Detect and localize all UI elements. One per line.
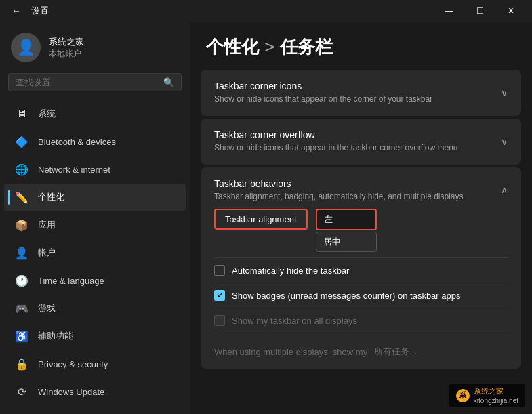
user-profile[interactable]: 👤 系统之家 本地账户 [0, 22, 190, 70]
sidebar-item-label: Privacy & security [38, 359, 108, 369]
card-title: Taskbar behaviors [214, 178, 490, 189]
sidebar-item-label: Network & internet [38, 165, 110, 175]
chevron-down-icon: ∨ [501, 136, 508, 147]
card-title-group: Taskbar corner icons Show or hide icons … [214, 81, 490, 105]
sidebar-item-label: 个性化 [38, 191, 64, 203]
title-bar: ← 设置 — ☐ ✕ [0, 0, 532, 22]
system-icon: 🖥 [15, 107, 28, 121]
sidebar-item-apps[interactable]: 📦 应用 [4, 211, 186, 239]
minimize-button[interactable]: — [433, 0, 464, 22]
chevron-down-icon: ∨ [501, 87, 508, 98]
card-title-group: Taskbar behaviors Taskbar alignment, bad… [214, 178, 490, 203]
sidebar-item-accounts[interactable]: 👤 帐户 [4, 239, 186, 266]
sidebar-item-label: Time & language [38, 276, 104, 286]
title-bar-controls: — ☐ ✕ [433, 0, 527, 22]
nav-list: 🖥 系统 🔷 Bluetooth & devices 🌐 Network & i… [0, 97, 190, 414]
watermark-text: 系统之家 xitongzhijia.net [474, 386, 518, 405]
sidebar-item-gaming[interactable]: 🎮 游戏 [4, 295, 186, 322]
content-header: 个性化 > 任务栏 [190, 22, 532, 70]
card-title: Taskbar corner icons [214, 81, 490, 91]
breadcrumb-part2: 任务栏 [280, 35, 333, 59]
card-desc: Show or hide icons that appear in the ta… [214, 142, 490, 154]
badges-row[interactable]: Show badges (unread messages counter) on… [214, 283, 508, 308]
card-title: Taskbar corner overflow [214, 129, 490, 140]
alignment-current-option[interactable]: 左 [316, 209, 377, 230]
auto-hide-row[interactable]: Automatically hide the taskbar [214, 257, 508, 283]
sidebar-item-personalization[interactable]: ✏️ 个性化 [4, 184, 186, 211]
watermark: 系 系统之家 xitongzhijia.net [449, 384, 525, 407]
sidebar-item-system[interactable]: 🖥 系统 [4, 100, 186, 127]
chevron-up-icon: ∧ [501, 184, 508, 195]
sidebar-item-label: Bluetooth & devices [38, 137, 116, 147]
sidebar-item-label: 游戏 [38, 302, 56, 314]
alignment-label: Taskbar alignment [214, 209, 308, 230]
card-title-group: Taskbar corner overflow Show or hide ico… [214, 129, 490, 154]
card-desc: Show or hide icons that appear on the co… [214, 94, 490, 105]
privacy-icon: 🔒 [15, 357, 28, 371]
sidebar: 👤 系统之家 本地账户 🔍 🖥 系统 🔷 Bluetooth & devices [0, 22, 190, 414]
taskbar-behaviors-card: Taskbar behaviors Taskbar alignment, bad… [201, 167, 521, 369]
avatar: 👤 [11, 33, 41, 62]
app-title: 设置 [31, 5, 49, 17]
content-area: 个性化 > 任务栏 Taskbar corner icons Show or h… [190, 22, 532, 414]
search-input[interactable] [16, 77, 158, 87]
badges-checkbox[interactable] [214, 290, 225, 301]
page-title: 个性化 > 任务栏 [206, 35, 516, 59]
bottom-row: When using multiple displays, show my 所有… [214, 340, 508, 358]
back-button[interactable]: ← [7, 1, 26, 20]
title-bar-left: ← 设置 [7, 1, 49, 20]
apps-icon: 📦 [15, 218, 28, 232]
auto-hide-checkbox[interactable] [214, 265, 225, 276]
sidebar-item-label: Windows Update [38, 387, 104, 397]
search-container: 🔍 [0, 70, 190, 97]
bottom-value: 所有任务... [374, 346, 417, 358]
sidebar-item-network[interactable]: 🌐 Network & internet [4, 156, 186, 183]
taskbar-corner-icons-header[interactable]: Taskbar corner icons Show or hide icons … [201, 70, 521, 116]
bottom-section: When using multiple displays, show my 所有… [214, 333, 508, 358]
sidebar-item-label: 系统 [38, 108, 56, 120]
accounts-icon: 👤 [15, 246, 28, 260]
breadcrumb-sep: > [264, 37, 274, 58]
close-button[interactable]: ✕ [495, 0, 527, 22]
sidebar-item-label: 帐户 [38, 247, 56, 259]
search-icon: 🔍 [163, 77, 174, 87]
search-box[interactable]: 🔍 [8, 73, 182, 91]
maximize-button[interactable]: ☐ [464, 0, 495, 22]
card-desc: Taskbar alignment, badging, automaticall… [214, 191, 490, 203]
all-displays-checkbox [214, 315, 225, 326]
time-icon: 🕐 [15, 274, 28, 287]
taskbar-behaviors-header[interactable]: Taskbar behaviors Taskbar alignment, bad… [201, 167, 521, 209]
bluetooth-icon: 🔷 [15, 135, 28, 148]
sidebar-item-time[interactable]: 🕐 Time & language [4, 267, 186, 294]
network-icon: 🌐 [15, 163, 28, 176]
all-displays-row: Show my taskbar on all displays [214, 308, 508, 333]
sidebar-item-label: 应用 [38, 219, 56, 231]
alignment-next-option[interactable]: 居中 [316, 232, 377, 252]
sidebar-item-accessibility[interactable]: ♿ 辅助功能 [4, 323, 186, 350]
taskbar-corner-overflow-header[interactable]: Taskbar corner overflow Show or hide ico… [201, 119, 521, 165]
all-displays-label: Show my taskbar on all displays [232, 316, 357, 326]
avatar-icon: 👤 [17, 39, 35, 56]
sidebar-item-privacy[interactable]: 🔒 Privacy & security [4, 350, 186, 377]
taskbar-behaviors-body: Taskbar alignment 左 居中 Automatically hid… [201, 209, 521, 369]
alignment-dropdown: 左 居中 [316, 209, 377, 252]
badges-label: Show badges (unread messages counter) on… [232, 291, 460, 301]
personalization-icon: ✏️ [15, 190, 28, 204]
watermark-logo: 系 [456, 389, 470, 402]
gaming-icon: 🎮 [15, 302, 28, 315]
main-layout: 👤 系统之家 本地账户 🔍 🖥 系统 🔷 Bluetooth & devices [0, 22, 532, 414]
update-icon: ⟳ [15, 385, 28, 398]
sidebar-item-label: 辅助功能 [38, 330, 73, 342]
content-body: Taskbar corner icons Show or hide icons … [190, 70, 532, 414]
user-info: 系统之家 本地账户 [49, 36, 84, 60]
user-subtitle: 本地账户 [49, 48, 84, 60]
sidebar-item-update[interactable]: ⟳ Windows Update [4, 378, 186, 405]
auto-hide-label: Automatically hide the taskbar [232, 266, 349, 276]
breadcrumb-part1: 个性化 [206, 35, 259, 59]
taskbar-corner-overflow-card: Taskbar corner overflow Show or hide ico… [201, 119, 521, 165]
alignment-row: Taskbar alignment 左 居中 [214, 209, 508, 252]
bottom-label: When using multiple displays, show my [214, 347, 367, 357]
sidebar-item-bluetooth[interactable]: 🔷 Bluetooth & devices [4, 128, 186, 155]
taskbar-corner-icons-card: Taskbar corner icons Show or hide icons … [201, 70, 521, 116]
user-name: 系统之家 [49, 36, 84, 48]
